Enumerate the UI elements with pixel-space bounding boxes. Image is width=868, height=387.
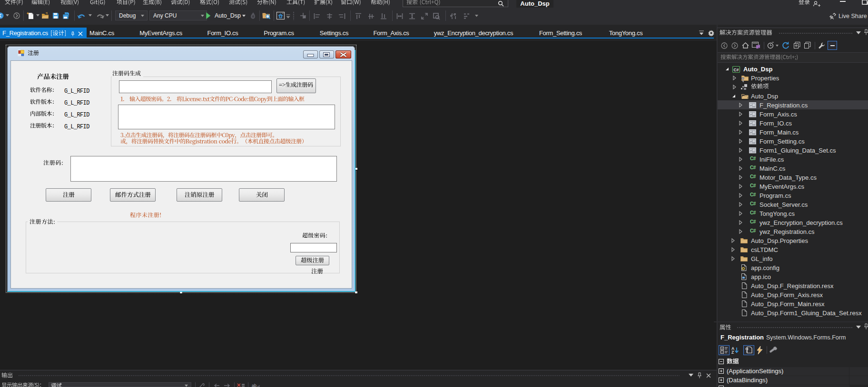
svg-text:C#: C#	[734, 67, 739, 72]
svg-text:ab: ab	[252, 383, 256, 387]
svg-text:Z: Z	[731, 350, 734, 355]
